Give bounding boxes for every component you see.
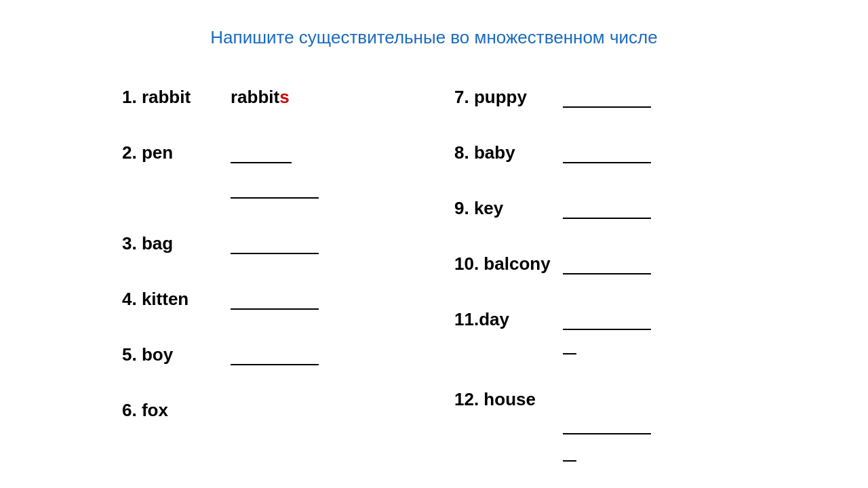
page-title: Напишите существительные во множественно… — [122, 27, 746, 48]
item-row-7: 7. puppy — [454, 73, 746, 108]
answer-text-1: rabbits — [231, 87, 290, 108]
answer-area-5 — [231, 346, 414, 365]
item-label-4: 4. kitten — [122, 289, 231, 310]
highlight-s: s — [279, 87, 289, 107]
item-row-12-extra1 — [454, 410, 746, 434]
right-column: 7. puppy 8. baby 9. key — [454, 73, 746, 482]
item-row-12-main: 12. house — [454, 375, 746, 410]
item-row-10: 10. balcony — [454, 239, 746, 274]
answer-area-3 — [231, 235, 414, 254]
item-label-6: 6. fox — [122, 400, 231, 421]
item-row-3: 3. bag — [122, 219, 414, 254]
answer-area-1: rabbits — [231, 87, 414, 108]
answer-line-3 — [231, 235, 319, 254]
answer-area-2b — [231, 180, 414, 199]
item-label-2: 2. pen — [122, 142, 231, 163]
item-row-11-main: 11.day — [454, 295, 746, 330]
item-label-8: 8. baby — [454, 142, 563, 163]
item-label-7: 7. puppy — [454, 87, 563, 108]
item-row-2: 2. pen — [122, 128, 414, 199]
item-label-9: 9. key — [454, 198, 563, 219]
item-row-11: 11.day — [454, 295, 746, 354]
item-row-5: 5. boy — [122, 330, 414, 365]
item-row-11-extra — [454, 330, 746, 354]
answer-line-10 — [563, 256, 651, 274]
answer-line-9 — [563, 200, 651, 219]
answer-line-4 — [231, 291, 319, 310]
item-label-1: 1. rabbit — [122, 87, 231, 108]
answer-area-9 — [563, 200, 746, 219]
answer-area-11 — [563, 311, 746, 330]
answer-line-8 — [563, 144, 651, 163]
answer-line-2a — [231, 144, 292, 163]
answer-line-5 — [231, 346, 319, 365]
answer-area-2a — [231, 144, 414, 163]
answer-area-7 — [563, 89, 746, 108]
item-row-8: 8. baby — [454, 128, 746, 163]
item-row-9: 9. key — [454, 184, 746, 219]
item-label-12: 12. house — [454, 389, 563, 410]
item-row-12-extra2 — [454, 437, 746, 462]
answer-area-8 — [563, 144, 746, 163]
answer-line-12b — [563, 448, 576, 462]
item-row-4: 4. kitten — [122, 274, 414, 310]
item-row-6: 6. fox — [122, 386, 414, 421]
item-label-10: 10. balcony — [454, 253, 563, 274]
answer-line-11-extra — [563, 341, 576, 354]
item-label-5: 5. boy — [122, 344, 231, 365]
item-label-11: 11.day — [454, 309, 563, 330]
item-row-1: 1. rabbit rabbits — [122, 73, 414, 108]
item-row-2-line1: 2. pen — [122, 128, 414, 163]
answer-area-10 — [563, 256, 746, 274]
item-label-3: 3. bag — [122, 233, 231, 254]
left-column: 1. rabbit rabbits 2. pen — [122, 73, 414, 482]
answer-line-12a — [563, 415, 651, 434]
answer-area-4 — [231, 291, 414, 310]
answer-line-11 — [563, 311, 651, 330]
item-row-2-line2 — [122, 163, 414, 199]
item-row-12: 12. house — [454, 375, 746, 462]
answer-line-2b — [231, 180, 319, 199]
answer-line-7 — [563, 89, 651, 108]
